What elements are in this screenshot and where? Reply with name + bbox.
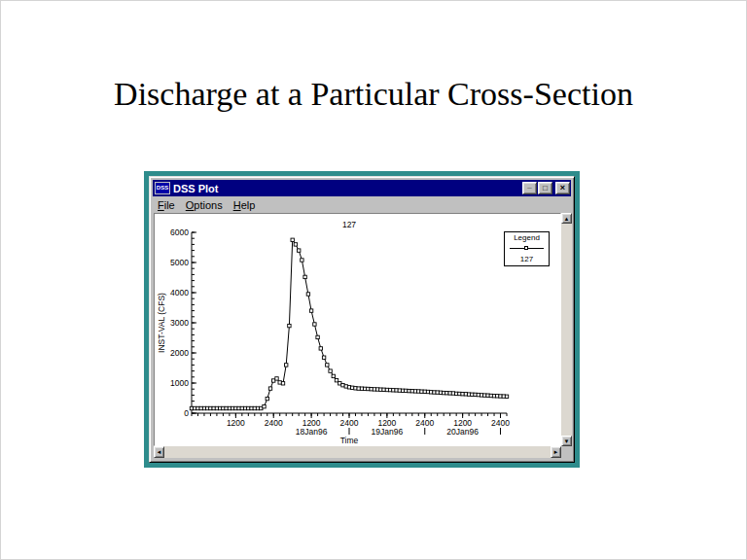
legend-marker — [510, 246, 544, 251]
y-tick-label: 5000 — [170, 258, 189, 267]
data-marker — [306, 293, 309, 296]
menu-item-options[interactable]: Options — [181, 198, 229, 212]
y-axis-label: INST-VAL (CFS) — [157, 293, 166, 353]
scroll-up-icon[interactable]: ▲ — [561, 213, 572, 224]
data-marker — [285, 364, 288, 367]
y-tick-label: 3000 — [170, 318, 189, 328]
client-area: 0100020003000400050006000120024001200240… — [154, 213, 572, 458]
data-marker — [313, 323, 316, 326]
x-tick-label: 2400 — [491, 418, 510, 428]
data-marker — [266, 397, 268, 400]
vertical-scrollbar[interactable]: ▲ ▼ — [561, 213, 572, 446]
data-marker — [326, 364, 329, 367]
plot-svg: 0100020003000400050006000120024001200240… — [155, 214, 560, 445]
x-axis-label: Time — [340, 436, 359, 445]
y-tick-label: 4000 — [170, 288, 189, 298]
y-tick-label: 2000 — [170, 348, 189, 358]
data-marker — [505, 395, 508, 398]
legend: Legend 127 — [504, 231, 550, 266]
legend-title: Legend — [514, 233, 540, 242]
x-tick-label: 2400 — [415, 418, 434, 428]
dss-plot-window: DSS DSS Plot _ □ × File Options Help 010… — [149, 176, 575, 463]
slide: { "slide": { "title": "Discharge at a Pa… — [0, 0, 747, 560]
plot-panel: 0100020003000400050006000120024001200240… — [154, 213, 561, 446]
data-marker — [294, 243, 297, 246]
data-marker — [316, 335, 319, 338]
data-marker — [332, 374, 335, 377]
data-marker — [288, 324, 291, 327]
data-marker — [322, 356, 325, 359]
legend-square-marker-icon — [524, 246, 528, 250]
series-line — [192, 240, 507, 408]
data-marker — [303, 275, 306, 278]
chart-title: 127 — [342, 220, 356, 229]
data-marker — [268, 387, 271, 390]
menu-item-help[interactable]: Help — [229, 198, 262, 212]
close-icon[interactable]: × — [555, 182, 570, 194]
page-title: Discharge at a Particular Cross-Section — [0, 76, 747, 113]
scroll-down-icon[interactable]: ▼ — [561, 436, 572, 446]
x-date-label: 18Jan96 — [296, 427, 328, 437]
x-tick-label: 2400 — [340, 418, 359, 428]
desktop-background: DSS DSS Plot _ □ × File Options Help 010… — [144, 171, 580, 468]
app-icon: DSS — [155, 182, 170, 194]
y-tick-label: 1000 — [170, 378, 189, 388]
maximize-icon[interactable]: □ — [538, 182, 552, 194]
menu-item-file[interactable]: File — [153, 198, 181, 212]
data-marker — [298, 249, 301, 252]
x-date-label: 20Jan96 — [446, 427, 479, 437]
data-marker — [309, 309, 312, 312]
data-marker — [319, 347, 322, 350]
legend-entry: 127 — [520, 255, 533, 263]
scroll-right-icon[interactable]: ► — [551, 446, 561, 458]
data-marker — [281, 382, 284, 385]
minimize-icon[interactable]: _ — [522, 182, 537, 194]
data-marker — [329, 369, 332, 372]
scrollbar-corner — [561, 446, 572, 458]
y-tick-label: 6000 — [170, 228, 189, 237]
data-marker — [301, 259, 303, 262]
data-marker — [263, 405, 266, 408]
scroll-left-icon[interactable]: ◄ — [154, 446, 164, 458]
horizontal-scrollbar[interactable]: ◄ ► — [154, 446, 561, 458]
data-marker — [291, 238, 294, 241]
window-controls: _ □ × — [521, 182, 570, 194]
y-tick-label: 0 — [184, 408, 189, 418]
menu-bar: File Options Help — [153, 197, 571, 212]
x-tick-label: 1200 — [227, 418, 245, 428]
x-tick-label: 2400 — [265, 418, 283, 428]
data-marker — [275, 377, 278, 380]
title-bar[interactable]: DSS DSS Plot _ □ × — [153, 180, 571, 196]
window-title: DSS Plot — [173, 183, 521, 194]
x-date-label: 19Jan96 — [372, 427, 404, 437]
